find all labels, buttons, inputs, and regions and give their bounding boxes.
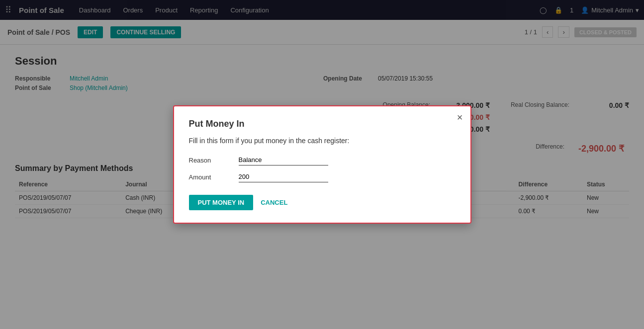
reason-input[interactable] <box>239 155 328 165</box>
put-money-in-modal: × Put Money In Fill in this form if you … <box>173 105 471 224</box>
reason-label: Reason <box>189 157 239 164</box>
amount-label: Amount <box>189 173 239 181</box>
modal-title: Put Money In <box>189 119 456 129</box>
put-money-in-button[interactable]: PUT MONEY IN <box>189 195 254 210</box>
modal-description: Fill in this form if you put money in th… <box>189 137 456 145</box>
modal-overlay[interactable]: × Put Money In Fill in this form if you … <box>0 0 644 329</box>
modal-actions: PUT MONEY IN CANCEL <box>189 195 456 210</box>
cancel-button[interactable]: CANCEL <box>261 199 287 206</box>
modal-close-button[interactable]: × <box>457 112 463 122</box>
amount-row: Amount <box>189 171 456 182</box>
amount-input[interactable] <box>239 171 328 182</box>
reason-row: Reason <box>189 155 456 165</box>
